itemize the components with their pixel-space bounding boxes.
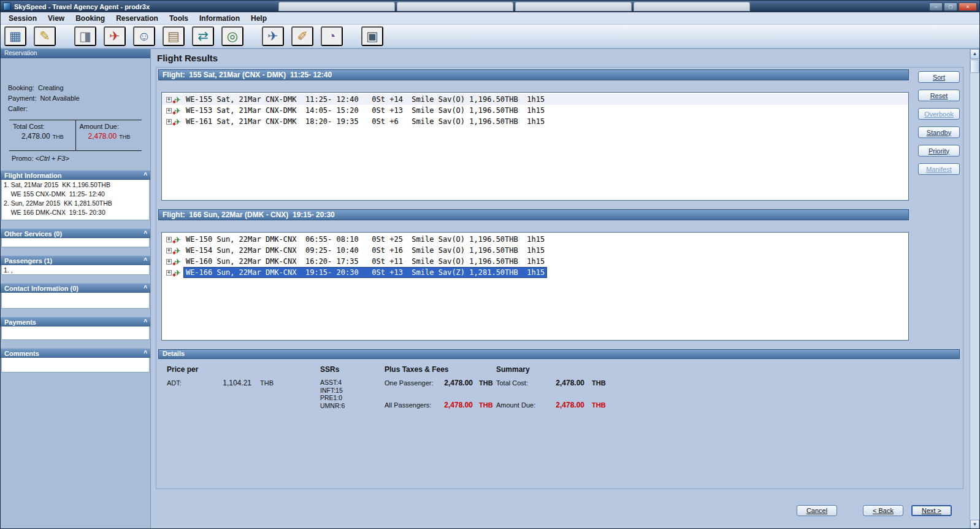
amount-due-cell: Amount Due: 2,478.00THB xyxy=(75,120,142,150)
toolbar-group-3: ✈ ✐ ◔ xyxy=(262,26,343,46)
flight-row-we155[interactable]: + ✈ WE-155 Sat, 21Mar CNX-DMK 11:25- 12:… xyxy=(162,94,908,105)
contact-information-header[interactable]: Contact Information (0) ^ xyxy=(1,283,150,293)
scroll-up-arrow-icon[interactable]: ▲ xyxy=(970,49,979,59)
maximize-button[interactable]: □ xyxy=(944,2,957,11)
flight-row-we161[interactable]: + ✈ WE-161 Sat, 21Mar CNX-DMK 18:20- 19:… xyxy=(162,116,908,127)
other-services-header[interactable]: Other Services (0) ^ xyxy=(1,228,150,238)
background-app-tab[interactable] xyxy=(278,2,395,11)
chevron-up-icon: ^ xyxy=(144,351,147,356)
flight-row-text: WE-160 Sun, 22Mar DMK-CNX 16:20- 17:35 0… xyxy=(184,257,546,266)
expand-plus-icon[interactable]: + xyxy=(166,97,172,102)
flight-search-icon[interactable]: ✈ xyxy=(262,26,284,46)
passengers-icon[interactable]: ☺ xyxy=(133,26,155,46)
manifest-button[interactable]: Manifest xyxy=(918,163,960,175)
back-button[interactable]: < Back xyxy=(863,505,903,516)
background-app-tab[interactable] xyxy=(515,2,632,11)
find-booking-icon[interactable]: ◨ xyxy=(74,26,96,46)
ssr-item: UMNR:6 xyxy=(320,402,385,410)
summary-header: Summary xyxy=(496,365,631,374)
expand-plus-icon[interactable]: + xyxy=(166,259,172,264)
total-cost-currency: THB xyxy=(53,134,64,140)
section-comments: Comments ^ xyxy=(1,348,150,373)
flight-group-2-list: + ✈ WE-150 Sun, 22Mar DMK-CNX 06:55- 08:… xyxy=(161,232,909,341)
next-button[interactable]: Next > xyxy=(911,505,952,516)
flight-plane-icon: ✈ xyxy=(174,236,181,244)
schedule-clock-icon[interactable]: ◔ xyxy=(321,26,343,46)
menu-bar: Session View Booking Reservation Tools I… xyxy=(1,12,979,25)
comments-title: Comments xyxy=(4,350,39,357)
comments-header[interactable]: Comments ^ xyxy=(1,348,150,358)
flight-plane-icon: ✈ xyxy=(174,96,181,104)
menu-view[interactable]: View xyxy=(42,13,70,24)
summary-column: Summary Total Cost: 2,478.00 THB Amount … xyxy=(496,365,631,409)
expand-plus-icon[interactable]: + xyxy=(166,270,172,276)
expand-plus-icon[interactable]: + xyxy=(166,248,172,253)
expand-plus-icon[interactable]: + xyxy=(166,119,172,125)
all-passengers-label: All Passengers: xyxy=(385,401,437,409)
menu-session[interactable]: Session xyxy=(3,13,42,24)
terminal-icon[interactable]: ▣ xyxy=(361,26,383,46)
baggage-icon[interactable]: ▤ xyxy=(163,26,185,46)
reservation-panel-title: Reservation xyxy=(1,49,150,58)
page-title: Flight Results xyxy=(156,52,979,67)
payments-title: Payments xyxy=(4,319,36,326)
background-app-tab[interactable] xyxy=(634,2,750,11)
flight-row-text: WE-150 Sun, 22Mar DMK-CNX 06:55- 08:10 0… xyxy=(184,234,546,244)
ssrs-header: SSRs xyxy=(320,365,385,374)
payment-value: Not Available xyxy=(40,95,80,102)
expand-plus-icon[interactable]: + xyxy=(166,237,172,242)
amount-due-value: 2,478.00 xyxy=(88,132,117,141)
sort-button[interactable]: Sort xyxy=(918,71,960,83)
menu-reservation[interactable]: Reservation xyxy=(110,13,164,24)
cancel-button[interactable]: Cancel xyxy=(797,505,837,516)
scrollbar-thumb[interactable] xyxy=(970,60,979,73)
ssr-item: INFT:15 xyxy=(320,387,385,395)
scroll-down-arrow-icon[interactable]: ▼ xyxy=(970,520,979,529)
flight-information-header[interactable]: Flight Information ^ xyxy=(1,170,150,180)
app-window: SkySpeed - Travel Agency Agent - prodr3x… xyxy=(0,0,980,529)
flight-row-we154[interactable]: + ✈ WE-154 Sun, 22Mar DMK-CNX 09:25- 10:… xyxy=(162,245,908,256)
passengers-header[interactable]: Passengers (1) ^ xyxy=(1,255,150,265)
payments-header[interactable]: Payments ^ xyxy=(1,317,150,326)
background-app-tab[interactable] xyxy=(397,2,513,11)
menu-information[interactable]: Information xyxy=(194,13,245,24)
close-button[interactable]: × xyxy=(959,2,977,11)
flight-row-we166-selected[interactable]: + ✈ WE-166 Sun, 22Mar DMK-CNX 19:15- 20:… xyxy=(162,267,908,278)
reservation-sidebar: Reservation Booking: Creating Payment: N… xyxy=(1,49,151,529)
chevron-up-icon: ^ xyxy=(144,173,147,178)
promo-label: Promo: xyxy=(12,155,33,162)
flight-plane-icon: ✈ xyxy=(174,258,181,266)
booking-grid-icon[interactable]: ▦ xyxy=(4,26,26,46)
toolbar-group-4: ▣ xyxy=(361,26,383,46)
chevron-up-icon: ^ xyxy=(144,231,147,236)
edit-document-icon[interactable]: ✐ xyxy=(291,26,313,46)
new-booking-icon[interactable]: ✎ xyxy=(34,26,56,46)
summary-total-cost-label: Total Cost: xyxy=(496,379,548,387)
section-passengers: Passengers (1) ^ 1. , xyxy=(1,255,150,275)
toolbar: ▦ ✎ ◨ ✈ ☺ ▤ ⇄ ◎ ✈ ✐ ◔ ▣ xyxy=(1,25,979,49)
flight-row-we150[interactable]: + ✈ WE-150 Sun, 22Mar DMK-CNX 06:55- 08:… xyxy=(162,234,908,245)
exchange-flights-icon[interactable]: ⇄ xyxy=(192,26,214,46)
flight-plane-icon: ✈ xyxy=(174,247,181,255)
section-other-services: Other Services (0) ^ xyxy=(1,228,150,247)
summary-total-cost-currency: THB xyxy=(592,379,606,387)
flights-icon[interactable]: ✈ xyxy=(104,26,126,46)
menu-help[interactable]: Help xyxy=(245,13,272,24)
overbook-button[interactable]: Overbook xyxy=(918,108,960,120)
minimize-button[interactable]: – xyxy=(929,2,943,11)
menu-tools[interactable]: Tools xyxy=(164,13,194,24)
vertical-scrollbar[interactable]: ▲ ▼ xyxy=(970,49,979,529)
flight-row-we153[interactable]: + ✈ WE-153 Sat, 21Mar CNX-DMK 14:05- 15:… xyxy=(162,105,908,116)
agreement-icon[interactable]: ◎ xyxy=(221,26,243,46)
priority-button[interactable]: Priority xyxy=(918,145,960,156)
flight-info-line: WE 155 CNX-DMK 11:25- 12:40 xyxy=(4,190,147,199)
ssrs-column: SSRs ASST:4 INFT:15 PRE1:0 UMNR:6 xyxy=(320,365,385,409)
taxes-fees-header: Plus Taxes & Fees xyxy=(385,365,496,374)
flight-row-we160[interactable]: + ✈ WE-160 Sun, 22Mar DMK-CNX 16:20- 17:… xyxy=(162,256,908,267)
app-body: Reservation Booking: Creating Payment: N… xyxy=(1,49,979,529)
menu-booking[interactable]: Booking xyxy=(70,13,110,24)
expand-plus-icon[interactable]: + xyxy=(166,108,172,114)
flight-group-2-header: Flight: 166 Sun, 22Mar (DMK - CNX) 19:15… xyxy=(158,209,909,220)
standby-button[interactable]: Standby xyxy=(918,126,960,138)
reset-button[interactable]: Reset xyxy=(918,90,960,101)
